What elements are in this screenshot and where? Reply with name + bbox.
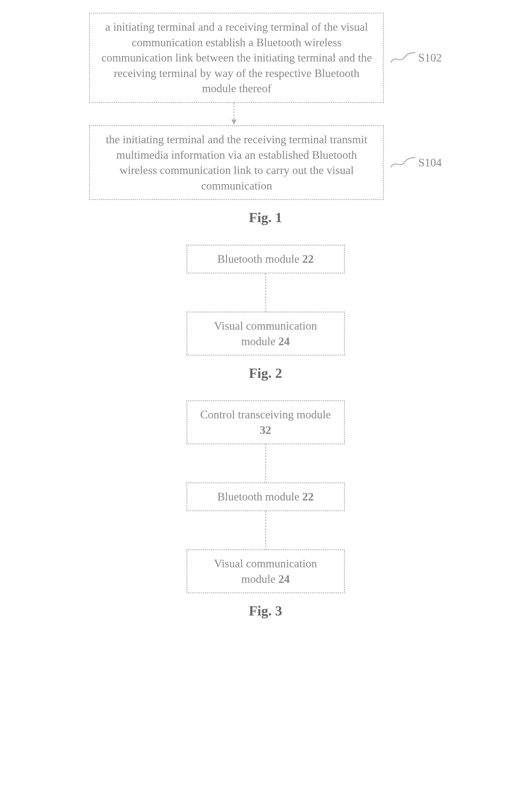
- fig1-step-text-2: the initiating terminal and the receivin…: [106, 133, 368, 192]
- fig3-module-num-2: 22: [302, 490, 314, 503]
- fig3-module-num-1: 32: [260, 424, 271, 436]
- connector-line-icon: [259, 511, 272, 549]
- fig3-module-box-1: Control transceiving module 32: [186, 400, 345, 444]
- fig3-module-num-3: 24: [278, 573, 290, 585]
- fig2-module-text-1: Bluetooth module: [217, 252, 302, 265]
- fig2-caption: Fig. 2: [249, 365, 282, 381]
- figure-3: Control transceiving module 32 Bluetooth…: [13, 400, 518, 619]
- fig1-step-label-1: S102: [418, 51, 442, 64]
- fig1-row-1: a initiating terminal and a receiving te…: [89, 13, 442, 103]
- fig1-step-text-1: a initiating terminal and a receiving te…: [101, 20, 372, 95]
- fig1-step-box-2: the initiating terminal and the receivin…: [89, 125, 384, 200]
- fig3-module-text-2: Bluetooth module: [217, 490, 302, 503]
- fig2-module-box-2: Visual communication module 24: [186, 311, 345, 356]
- lead-line-icon: [390, 156, 416, 169]
- fig1-label-wrap-1: S102: [390, 51, 442, 64]
- fig3-module-text-1: Control transceiving module: [200, 408, 331, 421]
- fig3-caption: Fig. 3: [249, 603, 282, 619]
- lead-line-icon: [390, 51, 416, 64]
- fig2-module-box-1: Bluetooth module 22: [186, 245, 345, 274]
- figure-1: a initiating terminal and a receiving te…: [13, 13, 518, 226]
- fig3-module-text-3: Visual communication module: [214, 557, 317, 585]
- fig1-label-wrap-2: S104: [390, 156, 442, 169]
- connector-line-icon: [259, 274, 272, 311]
- fig3-module-box-2: Bluetooth module 22: [186, 482, 345, 511]
- fig1-row-2: the initiating terminal and the receivin…: [89, 125, 442, 200]
- fig1-caption: Fig. 1: [249, 209, 282, 226]
- connector-line-icon: [259, 444, 272, 482]
- svg-marker-1: [231, 119, 236, 125]
- fig2-module-text-2: Visual communication module: [214, 319, 317, 348]
- arrow-down-icon: [228, 103, 240, 125]
- fig2-module-num-2: 24: [278, 335, 290, 348]
- fig2-module-num-1: 22: [302, 252, 314, 265]
- figure-2: Bluetooth module 22 Visual communication…: [13, 245, 518, 381]
- fig1-step-box-1: a initiating terminal and a receiving te…: [89, 13, 384, 103]
- fig3-module-box-3: Visual communication module 24: [186, 549, 345, 593]
- fig1-step-label-2: S104: [418, 156, 442, 169]
